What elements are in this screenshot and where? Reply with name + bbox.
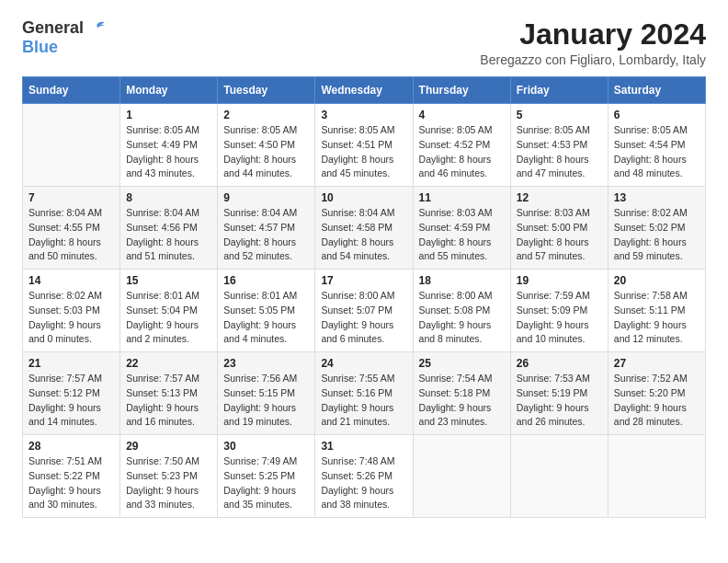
weekday-header-tuesday: Tuesday [218, 77, 315, 104]
day-info: Sunrise: 8:00 AMSunset: 5:07 PMDaylight:… [321, 289, 406, 347]
calendar-cell: 6Sunrise: 8:05 AMSunset: 4:54 PMDaylight… [608, 104, 705, 187]
day-number: 8 [126, 191, 211, 204]
day-info: Sunrise: 7:57 AMSunset: 5:13 PMDaylight:… [126, 372, 211, 430]
calendar-cell: 15Sunrise: 8:01 AMSunset: 5:04 PMDayligh… [120, 270, 218, 352]
day-info: Sunrise: 8:03 AMSunset: 4:59 PMDaylight:… [419, 206, 505, 264]
calendar-cell: 22Sunrise: 7:57 AMSunset: 5:13 PMDayligh… [120, 352, 218, 435]
day-info: Sunrise: 7:54 AMSunset: 5:18 PMDaylight:… [419, 372, 505, 430]
calendar-cell: 20Sunrise: 7:58 AMSunset: 5:11 PMDayligh… [608, 270, 705, 352]
day-number: 28 [28, 440, 114, 453]
day-number: 16 [223, 274, 309, 287]
calendar-cell: 24Sunrise: 7:55 AMSunset: 5:16 PMDayligh… [315, 352, 413, 435]
calendar-cell: 28Sunrise: 7:51 AMSunset: 5:22 PMDayligh… [23, 435, 120, 518]
calendar-cell: 18Sunrise: 8:00 AMSunset: 5:08 PMDayligh… [413, 270, 510, 352]
day-number: 6 [614, 109, 700, 121]
calendar-cell: 7Sunrise: 8:04 AMSunset: 4:55 PMDaylight… [23, 187, 120, 270]
calendar-table: SundayMondayTuesdayWednesdayThursdayFrid… [22, 76, 706, 518]
day-number: 29 [126, 440, 211, 453]
day-number: 2 [223, 109, 309, 121]
calendar-cell: 21Sunrise: 7:57 AMSunset: 5:12 PMDayligh… [23, 352, 120, 435]
day-info: Sunrise: 8:05 AMSunset: 4:52 PMDaylight:… [419, 123, 505, 181]
header: General Blue January 2024 Beregazzo con … [22, 18, 706, 67]
calendar-cell: 11Sunrise: 8:03 AMSunset: 4:59 PMDayligh… [413, 187, 510, 270]
day-info: Sunrise: 8:03 AMSunset: 5:00 PMDaylight:… [517, 206, 602, 264]
calendar-cell: 30Sunrise: 7:49 AMSunset: 5:25 PMDayligh… [218, 435, 315, 518]
day-info: Sunrise: 8:05 AMSunset: 4:54 PMDaylight:… [614, 123, 700, 181]
logo-general-text: General [22, 19, 84, 38]
day-number: 21 [28, 357, 114, 370]
day-info: Sunrise: 8:05 AMSunset: 4:51 PMDaylight:… [321, 123, 406, 181]
day-info: Sunrise: 8:05 AMSunset: 4:50 PMDaylight:… [223, 123, 309, 181]
day-number: 4 [419, 109, 505, 121]
day-number: 24 [321, 357, 406, 370]
calendar-cell: 5Sunrise: 8:05 AMSunset: 4:53 PMDaylight… [510, 104, 608, 187]
logo-blue-text: Blue [22, 39, 58, 57]
calendar-cell: 14Sunrise: 8:02 AMSunset: 5:03 PMDayligh… [23, 270, 120, 352]
day-info: Sunrise: 7:58 AMSunset: 5:11 PMDaylight:… [614, 289, 700, 347]
weekday-header-monday: Monday [120, 77, 218, 104]
day-number: 15 [126, 274, 211, 287]
calendar-cell: 4Sunrise: 8:05 AMSunset: 4:52 PMDaylight… [413, 104, 510, 187]
day-number: 22 [126, 357, 211, 370]
day-info: Sunrise: 7:59 AMSunset: 5:09 PMDaylight:… [517, 289, 602, 347]
day-number: 9 [223, 191, 309, 204]
day-number: 7 [28, 191, 114, 204]
day-number: 18 [419, 274, 505, 287]
calendar-cell: 1Sunrise: 8:05 AMSunset: 4:49 PMDaylight… [120, 104, 218, 187]
week-row-2: 7Sunrise: 8:04 AMSunset: 4:55 PMDaylight… [23, 187, 706, 270]
day-number: 25 [419, 357, 505, 370]
logo-bird-icon [85, 18, 106, 39]
calendar-cell: 29Sunrise: 7:50 AMSunset: 5:23 PMDayligh… [120, 435, 218, 518]
day-info: Sunrise: 7:57 AMSunset: 5:12 PMDaylight:… [28, 372, 114, 430]
location-title: Beregazzo con Figliaro, Lombardy, Italy [480, 52, 706, 67]
week-row-4: 21Sunrise: 7:57 AMSunset: 5:12 PMDayligh… [23, 352, 706, 435]
day-info: Sunrise: 7:52 AMSunset: 5:20 PMDaylight:… [614, 372, 700, 430]
calendar-cell: 27Sunrise: 7:52 AMSunset: 5:20 PMDayligh… [608, 352, 705, 435]
day-info: Sunrise: 8:05 AMSunset: 4:53 PMDaylight:… [517, 123, 602, 181]
day-number: 26 [517, 357, 602, 370]
day-info: Sunrise: 8:02 AMSunset: 5:03 PMDaylight:… [28, 289, 114, 347]
day-number: 13 [614, 191, 700, 204]
calendar-cell: 23Sunrise: 7:56 AMSunset: 5:15 PMDayligh… [218, 352, 315, 435]
calendar-cell: 19Sunrise: 7:59 AMSunset: 5:09 PMDayligh… [510, 270, 608, 352]
calendar-cell: 31Sunrise: 7:48 AMSunset: 5:26 PMDayligh… [315, 435, 413, 518]
calendar-cell [510, 435, 608, 518]
calendar-cell: 16Sunrise: 8:01 AMSunset: 5:05 PMDayligh… [218, 270, 315, 352]
day-number: 10 [321, 191, 406, 204]
day-number: 1 [126, 109, 211, 121]
weekday-header-thursday: Thursday [413, 77, 510, 104]
day-info: Sunrise: 8:02 AMSunset: 5:02 PMDaylight:… [614, 206, 700, 264]
day-info: Sunrise: 7:53 AMSunset: 5:19 PMDaylight:… [517, 372, 602, 430]
calendar-cell: 9Sunrise: 8:04 AMSunset: 4:57 PMDaylight… [218, 187, 315, 270]
day-number: 14 [28, 274, 114, 287]
day-number: 31 [321, 440, 406, 453]
week-row-5: 28Sunrise: 7:51 AMSunset: 5:22 PMDayligh… [23, 435, 706, 518]
day-info: Sunrise: 8:05 AMSunset: 4:49 PMDaylight:… [126, 123, 211, 181]
day-number: 19 [517, 274, 602, 287]
day-number: 30 [223, 440, 309, 453]
day-number: 27 [614, 357, 700, 370]
title-area: January 2024 Beregazzo con Figliaro, Lom… [480, 18, 706, 67]
calendar-cell [23, 104, 120, 187]
day-number: 17 [321, 274, 406, 287]
month-title: January 2024 [480, 18, 706, 51]
weekday-header-friday: Friday [510, 77, 608, 104]
day-number: 5 [517, 109, 602, 121]
weekday-header-row: SundayMondayTuesdayWednesdayThursdayFrid… [23, 77, 706, 104]
calendar-cell: 26Sunrise: 7:53 AMSunset: 5:19 PMDayligh… [510, 352, 608, 435]
weekday-header-saturday: Saturday [608, 77, 705, 104]
day-number: 11 [419, 191, 505, 204]
day-number: 3 [321, 109, 406, 121]
calendar-cell [413, 435, 510, 518]
calendar-cell: 25Sunrise: 7:54 AMSunset: 5:18 PMDayligh… [413, 352, 510, 435]
logo: General Blue [22, 18, 106, 57]
day-info: Sunrise: 8:00 AMSunset: 5:08 PMDaylight:… [419, 289, 505, 347]
day-info: Sunrise: 7:49 AMSunset: 5:25 PMDaylight:… [223, 454, 309, 512]
calendar-cell: 2Sunrise: 8:05 AMSunset: 4:50 PMDaylight… [218, 104, 315, 187]
day-info: Sunrise: 8:04 AMSunset: 4:58 PMDaylight:… [321, 206, 406, 264]
day-number: 20 [614, 274, 700, 287]
weekday-header-wednesday: Wednesday [315, 77, 413, 104]
day-info: Sunrise: 7:48 AMSunset: 5:26 PMDaylight:… [321, 454, 406, 512]
calendar-cell: 17Sunrise: 8:00 AMSunset: 5:07 PMDayligh… [315, 270, 413, 352]
day-info: Sunrise: 7:50 AMSunset: 5:23 PMDaylight:… [126, 454, 211, 512]
